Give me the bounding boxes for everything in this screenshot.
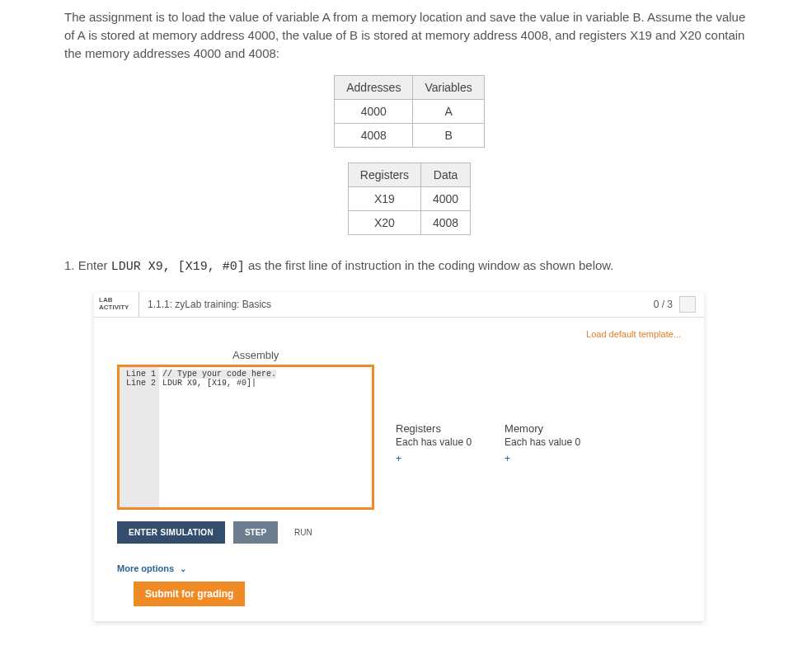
cell: 4008 (420, 211, 470, 235)
cell: B (413, 124, 484, 148)
editor-gutter: Line 1 Line 2 (120, 367, 159, 507)
registers-data-table: Registers Data X19 4000 X20 4008 (348, 162, 471, 235)
more-options-toggle[interactable]: More options ⌄ (117, 563, 681, 573)
lab-badge-line2: ACTIVITY (99, 304, 134, 312)
cell: A (413, 100, 484, 124)
instruction-prefix: 1. Enter (64, 258, 111, 272)
more-options-label: More options (117, 563, 174, 573)
chevron-down-icon: ⌄ (180, 564, 186, 573)
memory-add-button[interactable]: + (505, 453, 580, 464)
table-row: 4008 B (335, 124, 484, 148)
table2-header-registers: Registers (348, 163, 420, 187)
load-default-template-link[interactable]: Load default template... (117, 329, 681, 339)
submit-for-grading-button[interactable]: Submit for grading (134, 582, 245, 606)
lab-title: 1.1.1: zyLab training: Basics (139, 292, 645, 317)
cell: X19 (348, 187, 420, 211)
instruction-line: 1. Enter LDUR X9, [X19, #0] as the first… (64, 258, 754, 274)
registers-add-button[interactable]: + (396, 453, 472, 464)
addresses-variables-table: Addresses Variables 4000 A 4008 B (334, 75, 484, 148)
registers-title: Registers (396, 422, 472, 435)
lab-header: LAB ACTIVITY 1.1.1: zyLab training: Basi… (94, 292, 704, 318)
memory-title: Memory (505, 422, 580, 435)
run-button[interactable]: RUN (286, 521, 321, 544)
code-editor[interactable]: Line 1 Line 2 // Type your code here. LD… (117, 365, 374, 510)
table1-header-addresses: Addresses (335, 76, 413, 100)
lab-badge: LAB ACTIVITY (94, 292, 139, 317)
assembly-label: Assembly (232, 349, 681, 361)
lab-panel: LAB ACTIVITY 1.1.1: zyLab training: Basi… (94, 292, 704, 621)
cell: X20 (348, 211, 420, 235)
enter-simulation-button[interactable]: ENTER SIMULATION (117, 521, 225, 544)
table-row: X20 4008 (348, 211, 470, 235)
cell: 4000 (420, 187, 470, 211)
table-row: 4000 A (335, 100, 484, 124)
cell: 4000 (335, 100, 413, 124)
score-text: 0 / 3 (654, 299, 673, 310)
table1-header-variables: Variables (413, 76, 484, 100)
score-box-icon (679, 296, 696, 313)
registers-sub: Each has value 0 (396, 436, 472, 448)
instruction-code: LDUR X9, [X19, #0] (111, 260, 245, 274)
code-line-1: // Type your code here. (162, 370, 276, 379)
cell: 4008 (335, 124, 413, 148)
table-row: X19 4000 (348, 187, 470, 211)
table2-header-data: Data (420, 163, 470, 187)
lab-score: 0 / 3 (645, 292, 704, 317)
memory-column: Memory Each has value 0 + (505, 422, 580, 464)
registers-column: Registers Each has value 0 + (396, 422, 472, 464)
memory-sub: Each has value 0 (505, 436, 580, 448)
instruction-suffix: as the first line of instruction in the … (245, 258, 614, 272)
code-line-2: LDUR X9, [X19, #0]| (162, 379, 256, 388)
editor-code-lines[interactable]: // Type your code here. LDUR X9, [X19, #… (159, 367, 279, 507)
step-button[interactable]: STEP (233, 521, 278, 544)
intro-text: The assignment is to load the value of v… (64, 8, 754, 62)
